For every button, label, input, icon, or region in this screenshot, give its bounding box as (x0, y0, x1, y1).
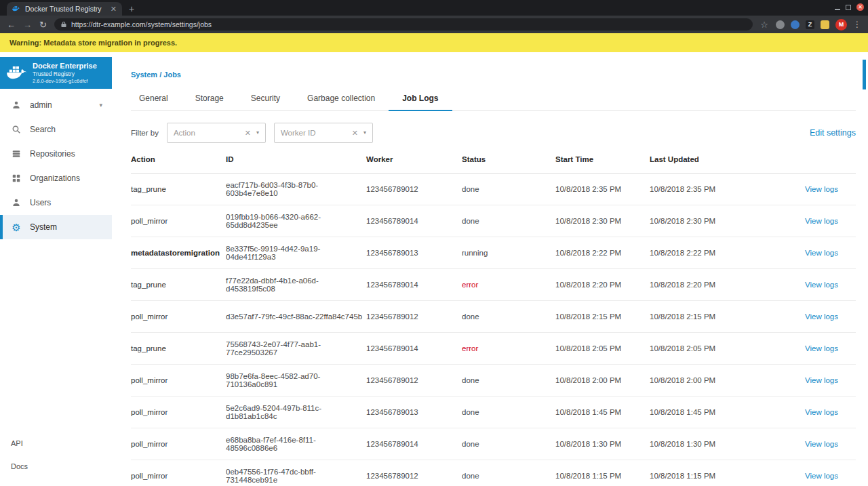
cell-last-updated: 10/8/2018 1:30 PM (650, 440, 797, 448)
sidebar-item-api[interactable]: API (0, 432, 112, 455)
window-maximize-icon[interactable] (846, 5, 851, 10)
sidebar-item-label: Repositories (30, 149, 75, 159)
clear-icon[interactable]: ✕ (245, 129, 251, 137)
view-logs-link[interactable]: View logs (797, 249, 856, 257)
column-header: Worker (366, 155, 462, 163)
profile-avatar[interactable]: M (835, 19, 847, 31)
view-logs-link[interactable]: View logs (797, 344, 856, 352)
status-badge: done (462, 217, 555, 225)
sidebar-item-docs[interactable]: Docs (0, 455, 112, 478)
cell-worker: 123456789013 (366, 249, 462, 257)
tab-general[interactable]: General (131, 94, 182, 110)
search-icon (11, 124, 22, 135)
view-logs-link[interactable]: View logs (797, 312, 856, 321)
status-badge: done (462, 408, 555, 416)
browser-menu-icon[interactable]: ⋮ (853, 20, 861, 29)
status-badge: done (462, 472, 555, 480)
sidebar-item-admin[interactable]: admin ▾ (0, 93, 112, 117)
view-logs-link[interactable]: View logs (797, 185, 856, 193)
table-row: poll_mirror019fbb19-b066-4320-a662-65dd8… (131, 205, 856, 237)
extension-icon[interactable] (821, 20, 829, 29)
view-logs-link[interactable]: View logs (797, 281, 856, 289)
cell-worker: 123456789012 (366, 185, 462, 193)
column-header: Action (131, 155, 226, 163)
status-badge: done (462, 185, 555, 193)
column-header: ID (226, 155, 366, 163)
url-bar[interactable]: https://dtr-example.com/system/settings/… (54, 18, 753, 31)
sidebar-item-label: Search (30, 125, 56, 134)
cell-last-updated: 10/8/2018 2:35 PM (650, 185, 797, 193)
tab-job-logs[interactable]: Job Logs (389, 94, 452, 111)
chevron-down-icon[interactable]: ▾ (363, 130, 366, 136)
cell-id: d3e57af7-79fc-49cf-88ac-22ffa84c745b (226, 312, 366, 321)
cell-last-updated: 10/8/2018 2:15 PM (650, 312, 797, 321)
cell-worker: 123456789012 (366, 376, 462, 384)
edit-settings-link[interactable]: Edit settings (810, 128, 856, 138)
sidebar-item-users[interactable]: Users (0, 190, 112, 215)
brand-title: Docker Enterprise (33, 62, 97, 71)
sidebar-item-repositories[interactable]: Repositories (0, 142, 112, 166)
action-filter-placeholder: Action (174, 129, 239, 137)
cell-id: 0eb47556-1f76-47dc-bbff-731448ceb91e (226, 468, 366, 484)
extension-icon[interactable] (791, 20, 800, 29)
cell-id: 5e2c6ad9-5204-497b-811c-d1b81ab1c84c (226, 404, 366, 420)
cell-id: 75568743-2e07-4f77-aab1-77ce29503267 (226, 340, 366, 357)
organizations-icon (11, 173, 22, 184)
new-tab-button[interactable]: + (129, 4, 134, 14)
scrollbar[interactable] (863, 60, 866, 89)
column-header: Start Time (555, 155, 650, 163)
worker-filter-select[interactable]: Worker ID ✕ ▾ (274, 123, 373, 143)
cell-id: f77e22da-dbbf-4b1e-a06d-d453819f5c08 (226, 277, 366, 293)
view-logs-link[interactable]: View logs (797, 408, 856, 416)
chevron-down-icon[interactable]: ▾ (256, 130, 259, 136)
cell-last-updated: 10/8/2018 2:05 PM (650, 344, 797, 352)
window-close-icon[interactable]: ✕ (856, 3, 864, 11)
sidebar-item-organizations[interactable]: Organizations (0, 166, 112, 190)
extension-icon[interactable] (776, 20, 785, 29)
cell-action: poll_mirror (131, 440, 226, 448)
browser-titlebar: Docker Trusted Registry ✕ + ✕ (0, 0, 868, 16)
cell-action: poll_mirror (131, 376, 226, 384)
view-logs-link[interactable]: View logs (797, 376, 856, 384)
filter-row: Filter by Action ✕ ▾ Worker ID ✕ ▾ Edit … (131, 123, 856, 143)
table-body: tag_pruneeacf717b-6d03-4f3b-87b0-603b4e7… (131, 174, 856, 486)
view-logs-link[interactable]: View logs (797, 217, 856, 225)
tab-close-icon[interactable]: ✕ (111, 5, 117, 13)
table-row: tag_prunef77e22da-dbbf-4b1e-a06d-d453819… (131, 269, 856, 301)
cell-id: 98b7e6fa-8eec-4582-ad70-710136a0c891 (226, 372, 366, 388)
status-badge: error (462, 281, 555, 289)
cell-worker: 123456789014 (366, 344, 462, 352)
table-row: poll_mirrord3e57af7-79fc-49cf-88ac-22ffa… (131, 301, 856, 333)
tab-security[interactable]: Security (237, 94, 294, 110)
cell-start-time: 10/8/2018 1:15 PM (555, 472, 650, 480)
action-filter-select[interactable]: Action ✕ ▾ (167, 123, 266, 143)
repositories-icon (11, 148, 22, 159)
breadcrumb[interactable]: System / Jobs (131, 52, 856, 79)
clear-icon[interactable]: ✕ (352, 129, 358, 137)
cell-worker: 123456789014 (366, 281, 462, 289)
window-minimize-icon[interactable] (835, 5, 840, 10)
back-icon[interactable]: ← (7, 20, 16, 29)
tab-storage[interactable]: Storage (182, 94, 237, 110)
sidebar-item-search[interactable]: Search (0, 117, 112, 142)
extension-z-icon[interactable]: Z (806, 20, 814, 29)
reload-icon[interactable]: ↻ (39, 20, 47, 29)
extension-icons: Z M ⋮ (776, 19, 861, 31)
cell-worker: 123456789014 (366, 440, 462, 448)
sidebar-item-system[interactable]: ⚙ System (0, 215, 112, 239)
brand-version: 2.6.0-dev-1956-g1c6dfcf (33, 78, 97, 84)
browser-tab[interactable]: Docker Trusted Registry ✕ (7, 2, 122, 16)
bookmark-star-icon[interactable]: ☆ (760, 20, 768, 30)
status-badge: running (462, 249, 555, 257)
cell-action: poll_mirror (131, 408, 226, 416)
warning-banner: Warning: Metadata store migration in pro… (0, 33, 868, 52)
table-row: poll_mirror0eb47556-1f76-47dc-bbff-73144… (131, 460, 856, 486)
forward-icon[interactable]: → (23, 20, 32, 29)
tab-garbage-collection[interactable]: Garbage collection (294, 94, 389, 110)
view-logs-link[interactable]: View logs (797, 472, 856, 480)
table-row: poll_mirror5e2c6ad9-5204-497b-811c-d1b81… (131, 397, 856, 428)
status-badge: error (462, 344, 555, 352)
sidebar-item-label: Organizations (30, 174, 80, 183)
view-logs-link[interactable]: View logs (797, 440, 856, 448)
browser-navbar: ← → ↻ https://dtr-example.com/system/set… (0, 16, 868, 33)
